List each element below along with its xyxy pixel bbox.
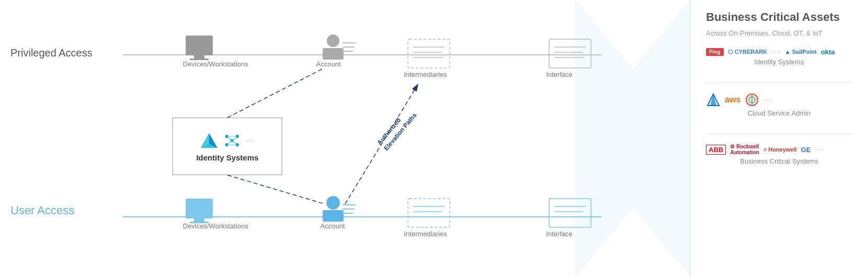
priv-interface-label: Interface [546, 71, 573, 78]
diagram-area: Privileged Access User Access [0, 0, 690, 277]
user-intermediaries-label: Intermediaries [404, 230, 447, 238]
svg-line-3 [227, 175, 324, 204]
svg-line-48 [227, 136, 232, 141]
user-devices-label: Devices/Workstations [183, 222, 248, 230]
svg-line-49 [232, 136, 237, 141]
aws-logo: aws [725, 95, 740, 105]
svg-rect-36 [549, 199, 591, 227]
main-container: Privileged Access User Access [0, 0, 868, 277]
user-account-label: Account [320, 222, 345, 230]
svg-rect-32 [408, 199, 450, 227]
pyramid-icon [200, 131, 218, 150]
svg-line-50 [227, 141, 232, 145]
svg-rect-23 [186, 199, 213, 218]
priv-devices-label: Devices/Workstations [183, 60, 248, 68]
cloud-section-label: Cloud Service Admin [706, 109, 852, 117]
okta-logo: okta [821, 48, 835, 56]
user-interface-label: Interface [546, 230, 573, 238]
svg-line-2 [227, 68, 324, 118]
ge-logo: GE [801, 146, 811, 154]
svg-marker-57 [710, 94, 716, 106]
cloud-dots: ··· [763, 96, 773, 104]
identity-box-dots: ··· [246, 136, 255, 145]
cloud-logos: aws ··· [706, 93, 852, 107]
divider-1 [706, 83, 852, 83]
ping-logo: Ping [706, 48, 724, 56]
identity-logos: Ping ⬡ CYBERARK ··· ▲ SailPoint okta [706, 48, 852, 56]
svg-rect-15 [408, 39, 450, 68]
abb-logo: ABB [706, 145, 726, 155]
honeywell-logo: ≡ Honeywell [763, 146, 797, 153]
identity-box-icons: ··· [200, 131, 255, 150]
right-panel-title: Business Critical Assets [706, 10, 852, 24]
business-section-label: Business Critical Systems [706, 157, 852, 165]
svg-line-51 [232, 141, 237, 145]
business-dots: ··· [815, 145, 824, 154]
right-panel: Business Critical Assets Across On-Premi… [690, 0, 868, 277]
azure-logo [706, 93, 721, 107]
business-logos: ABB ⚙ RockwellAutomation ≡ Honeywell GE … [706, 144, 852, 155]
svg-point-26 [326, 196, 340, 210]
identity-systems-box: ··· Identity Systems [172, 118, 282, 175]
svg-rect-6 [186, 36, 213, 55]
vendor-section-identity: Ping ⬡ CYBERARK ··· ▲ SailPoint okta Ide… [706, 48, 852, 66]
priv-intermediaries-label: Intermediaries [404, 71, 447, 78]
network-icon [223, 131, 241, 150]
svg-rect-7 [194, 55, 204, 59]
cyberark-logo: ⬡ CYBERARK [728, 49, 767, 55]
identity-section-label: Identity Systems [706, 58, 852, 66]
sailpoint-logo: ▲ SailPoint [785, 49, 817, 55]
divider-2 [706, 134, 852, 134]
svg-point-9 [327, 34, 339, 47]
vendor-section-cloud: aws ··· Cloud Service Admin [706, 93, 852, 117]
diagram-svg [0, 0, 690, 277]
identity-box-label: Identity Systems [196, 153, 258, 162]
google-logo [745, 93, 759, 107]
vendor-section-business: ABB ⚙ RockwellAutomation ≡ Honeywell GE … [706, 144, 852, 165]
identity-dots: ··· [771, 48, 781, 56]
rockwell-logo: ⚙ RockwellAutomation [730, 144, 759, 155]
right-panel-subtitle: Across On-Premises, Cloud, OT, & IoT [706, 29, 852, 37]
svg-rect-24 [194, 218, 204, 222]
svg-rect-19 [549, 39, 591, 68]
priv-account-label: Account [316, 60, 341, 68]
